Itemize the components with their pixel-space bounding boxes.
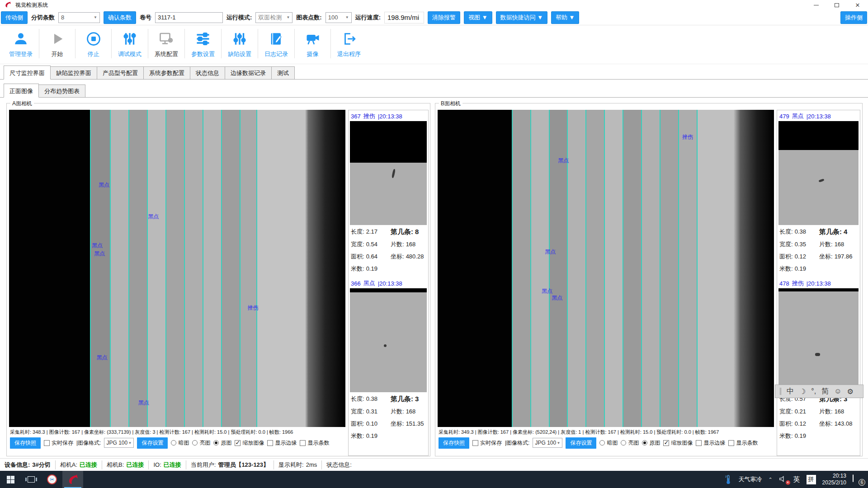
- ime-emoji-icon[interactable]: ☺: [834, 387, 841, 395]
- start-button[interactable]: 开始: [39, 29, 75, 58]
- image-format-select[interactable]: JPG 100▼: [104, 438, 134, 448]
- tab-status-info[interactable]: 状态信息: [190, 66, 225, 79]
- original-image-radio[interactable]: 原图: [213, 439, 231, 447]
- defect-card-header: 366黑点|20:13:38: [350, 278, 427, 288]
- snipping-tool-button[interactable]: ✂: [42, 471, 62, 488]
- close-button[interactable]: ✕: [847, 0, 868, 10]
- ime-settings-gear-icon[interactable]: ⚙: [847, 387, 854, 396]
- bright-image-radio[interactable]: 亮图: [621, 439, 639, 447]
- stop-button[interactable]: 停止: [75, 29, 111, 58]
- maximize-button[interactable]: [826, 0, 847, 10]
- ime-halfmoon-icon[interactable]: ☽: [799, 387, 806, 396]
- snipping-tool-icon: ✂: [47, 474, 57, 484]
- slit-count-label: 分切条数: [31, 14, 55, 22]
- action-center-button[interactable]: 6: [853, 475, 863, 484]
- save-settings-button[interactable]: 保存设置: [566, 437, 596, 449]
- data-quick-access-menu-button[interactable]: 数据快捷访问 ▼: [496, 11, 547, 24]
- task-view-button[interactable]: [21, 471, 42, 488]
- volume-muted-button[interactable]: ✕: [779, 475, 787, 484]
- taskbar-clock[interactable]: 20:13 2025/2/10: [822, 473, 846, 486]
- clock-time: 20:13: [833, 473, 846, 479]
- content-area: A面相机 黑点 黑点 黑点 黑点 挫伤 黑点 黑: [0, 98, 868, 458]
- realtime-save-checkbox[interactable]: 实时保存: [44, 439, 73, 447]
- notification-icon: [853, 474, 854, 482]
- defect-card[interactable]: 366黑点|20:13:38 长度:0.38 第几条:3 宽度:0.31 片数:…: [350, 278, 427, 440]
- zoom-image-checkbox[interactable]: 缩放图像: [235, 439, 264, 447]
- tab-test[interactable]: 测试: [271, 66, 295, 79]
- clock-date: 2025/2/10: [822, 479, 846, 486]
- defect-card[interactable]: 367挫伤|20:13:38 长度:2.17 第几条:8 宽度:0.54 片数:…: [350, 111, 427, 273]
- ime-indicator[interactable]: 拼: [807, 475, 816, 484]
- chevron-down-icon: ▼: [557, 441, 561, 445]
- dark-image-radio[interactable]: 暗图: [171, 439, 189, 447]
- main-tab-bar: 尺寸监控界面 缺陷监控界面 产品型号配置 系统参数配置 状态信息 边缘数据记录 …: [0, 66, 868, 80]
- tab-defect-monitor[interactable]: 缺陷监控界面: [50, 66, 97, 79]
- param-settings-button[interactable]: 参数设置: [184, 29, 221, 58]
- zoom-image-checkbox[interactable]: 缩放图像: [663, 439, 693, 447]
- tab-product-model-config[interactable]: 产品型号配置: [97, 66, 144, 79]
- transmission-side-button[interactable]: 传动侧: [1, 11, 28, 24]
- defect-card-header: 478挫伤|20:13:38: [778, 278, 859, 288]
- save-snapshot-button[interactable]: 保存快照: [10, 437, 41, 449]
- tab-system-param-config[interactable]: 系统参数配置: [143, 66, 190, 79]
- vision-app-taskbar-button[interactable]: [62, 471, 83, 488]
- defect-settings-button[interactable]: 缺陷设置: [221, 29, 258, 58]
- confirm-count-button[interactable]: 确认条数: [104, 11, 136, 24]
- ime-punct-mode[interactable]: °,: [811, 387, 816, 395]
- capture-button[interactable]: 摄像: [294, 29, 330, 58]
- defect-overlay-label: 黑点: [96, 354, 107, 361]
- debug-mode-button[interactable]: 调试模式: [111, 29, 148, 58]
- param-sliders-icon: [194, 30, 212, 48]
- camera-b-stats: 采集耗时: 349.3 | 图像计数: 167 | 像素坐标: (5202,24…: [438, 427, 774, 437]
- language-indicator[interactable]: 英: [793, 475, 800, 484]
- roll-number-input[interactable]: [155, 12, 223, 23]
- original-image-radio[interactable]: 原图: [642, 439, 660, 447]
- bright-image-radio[interactable]: 亮图: [192, 439, 210, 447]
- realtime-save-checkbox[interactable]: 实时保存: [472, 439, 502, 447]
- save-settings-button[interactable]: 保存设置: [137, 437, 168, 449]
- run-mode-select[interactable]: 双面检测▼: [255, 12, 292, 23]
- clear-alarm-button[interactable]: 清除报警: [428, 11, 460, 24]
- show-count-checkbox[interactable]: 显示条数: [728, 439, 758, 447]
- view-menu-button[interactable]: 视图 ▼: [464, 11, 492, 24]
- tab-edge-data-record[interactable]: 边缘数据记录: [225, 66, 272, 79]
- defect-overlay-label: 黑点: [94, 250, 105, 258]
- show-edge-checkbox[interactable]: 显示边缘: [267, 439, 297, 447]
- current-user-value: 管理员【123-123】: [218, 461, 269, 469]
- show-edge-checkbox[interactable]: 显示边缘: [696, 439, 725, 447]
- image-format-select[interactable]: JPG 100▼: [533, 438, 562, 448]
- subtab-front-image[interactable]: 正面图像: [4, 84, 39, 98]
- camera-a-conn-status: 已连接: [80, 461, 97, 469]
- weather-text[interactable]: 天气寒冷: [738, 475, 762, 483]
- ime-chinese-mode[interactable]: 中: [787, 387, 794, 396]
- system-config-button[interactable]: 系统配置: [148, 29, 184, 58]
- app-logo-icon: [67, 474, 78, 485]
- show-count-checkbox[interactable]: 显示条数: [300, 439, 329, 447]
- subtab-distribution-chart[interactable]: 分布趋势图表: [38, 84, 85, 97]
- defect-overlay-label: 黑点: [92, 242, 103, 249]
- camera-b-controls: 保存快照 实时保存 |图像格式: JPG 100▼ 保存设置 暗图 亮图 原图 …: [438, 437, 774, 449]
- save-snapshot-button[interactable]: 保存快照: [439, 437, 469, 449]
- hidden-icons-chevron[interactable]: ⌃: [768, 477, 772, 483]
- tab-size-monitor[interactable]: 尺寸监控界面: [4, 66, 51, 80]
- slit-count-select[interactable]: 8▼: [58, 12, 100, 23]
- dark-image-radio[interactable]: 暗图: [599, 439, 618, 447]
- device-info-value: 3#分切: [32, 461, 50, 469]
- defect-card[interactable]: 478挫伤|20:13:38 长度:0.57 第几条:3 宽度:0.21 片数:…: [778, 278, 859, 440]
- chart-points-select[interactable]: 100▼: [326, 12, 352, 23]
- chevron-down-icon: ▼: [343, 15, 349, 19]
- help-menu-button[interactable]: 帮助 ▼: [551, 11, 579, 24]
- start-button[interactable]: [0, 471, 21, 488]
- ime-drag-handle[interactable]: [780, 388, 781, 395]
- video-camera-icon: [304, 30, 322, 48]
- ime-simplified-mode[interactable]: 简: [821, 387, 829, 396]
- admin-login-button[interactable]: 管理登录: [3, 29, 39, 58]
- defect-card[interactable]: 479黑点|20:13:38 长度:0.38 第几条:4 宽度:0.35 片数:…: [778, 111, 859, 273]
- log-record-button[interactable]: 日志记录: [258, 29, 294, 58]
- minimize-button[interactable]: [806, 0, 826, 10]
- operator-side-button[interactable]: 操作侧: [840, 11, 867, 24]
- ime-language-bar[interactable]: 中 ☽ °, 简 ☺ ⚙: [775, 385, 863, 398]
- title-bar: 视觉检测系统 ✕: [0, 0, 868, 10]
- camera-b-panel: B面相机 挫伤 黑点 黑点 黑点 黑点: [435, 103, 863, 456]
- exit-program-button[interactable]: 退出程序: [330, 29, 367, 58]
